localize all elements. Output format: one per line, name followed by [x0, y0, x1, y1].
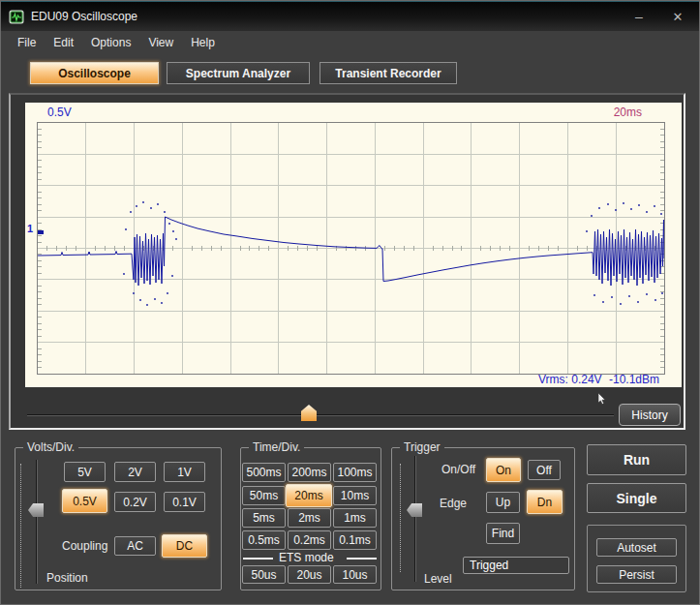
time-per-div-label: 20ms	[614, 106, 642, 119]
time-100ms-button[interactable]: 100ms	[333, 463, 377, 482]
app-window: EDU09 Oscilloscope – ✕ File Edit Options…	[0, 0, 700, 605]
tab-transient-recorder[interactable]: Transient Recorder	[320, 62, 457, 84]
close-button[interactable]: ✕	[664, 6, 691, 27]
time-0.1ms-button[interactable]: 0.1ms	[333, 530, 377, 550]
time-10us-button[interactable]: 10us	[333, 565, 377, 584]
volts-0.1v-button[interactable]: 0.1V	[164, 492, 205, 512]
time-scrollbar-track[interactable]	[27, 414, 614, 416]
minimize-button[interactable]: –	[625, 6, 653, 27]
trigger-status-box: Trigged	[463, 557, 569, 574]
time-2ms-button[interactable]: 2ms	[288, 508, 331, 528]
window-title: EDU09 Oscilloscope	[31, 10, 137, 23]
title-bar: EDU09 Oscilloscope – ✕	[1, 1, 699, 31]
trigger-dn-button[interactable]: Dn	[527, 490, 563, 514]
time-scrollbar-thumb[interactable]	[301, 405, 317, 421]
trigger-level-label: Level	[424, 572, 452, 586]
volts-2v-button[interactable]: 2V	[114, 462, 156, 482]
dbm-readout: -10.1dBm	[609, 373, 659, 386]
coupling-dc-button[interactable]: DC	[162, 534, 207, 558]
time-5ms-button[interactable]: 5ms	[242, 508, 286, 528]
time-10ms-button[interactable]: 10ms	[333, 486, 377, 505]
trigger-level-slider-ticks	[400, 464, 402, 572]
menu-edit[interactable]: Edit	[45, 33, 82, 52]
time-50us-button[interactable]: 50us	[242, 565, 286, 584]
time-200ms-button[interactable]: 200ms	[288, 463, 331, 482]
mouse-cursor-icon	[597, 393, 607, 407]
time-1ms-button[interactable]: 1ms	[333, 508, 377, 528]
ets-divider-left	[243, 558, 273, 560]
ets-mode-label: ETS mode	[279, 551, 334, 564]
app-icon	[9, 9, 25, 25]
time-20ms-button[interactable]: 20ms	[286, 484, 332, 507]
time-50ms-button[interactable]: 50ms	[242, 486, 286, 505]
volts-0.2v-button[interactable]: 0.2V	[114, 492, 156, 512]
waveform-plot	[37, 122, 665, 375]
single-button[interactable]: Single	[587, 483, 686, 513]
menu-bar: File Edit Options View Help	[1, 30, 699, 54]
trigger-find-button[interactable]: Find	[486, 523, 520, 544]
menu-view[interactable]: View	[139, 33, 182, 52]
trigger-on-button[interactable]: On	[486, 458, 521, 482]
time-div-legend: Time/Div.	[249, 440, 304, 454]
menu-file[interactable]: File	[9, 33, 45, 52]
volts-per-div-label: 0.5V	[47, 106, 72, 119]
scope-panel: 0.5V 20ms 1 Vrms: 0.24V -10.1dBm History	[9, 93, 685, 430]
persist-button[interactable]: Persist	[596, 565, 677, 584]
position-slider-ticks	[20, 464, 22, 588]
position-label: Position	[46, 571, 88, 585]
tab-oscilloscope[interactable]: Oscilloscope	[30, 62, 159, 84]
time-500ms-button[interactable]: 500ms	[242, 463, 286, 482]
autoset-button[interactable]: Autoset	[596, 538, 677, 557]
volts-1v-button[interactable]: 1V	[164, 462, 205, 482]
volts-0.5v-button[interactable]: 0.5V	[62, 489, 107, 513]
history-button[interactable]: History	[619, 404, 681, 426]
scope-display: 0.5V 20ms 1 Vrms: 0.24V -10.1dBm	[25, 103, 682, 387]
ets-divider-right	[347, 558, 377, 560]
vrms-readout: Vrms: 0.24V	[538, 373, 602, 386]
channel1-marker[interactable]: 1	[27, 223, 33, 234]
coupling-ac-button[interactable]: AC	[114, 536, 156, 556]
time-0.5ms-button[interactable]: 0.5ms	[242, 530, 286, 550]
time-0.2ms-button[interactable]: 0.2ms	[288, 530, 331, 550]
volts-5v-button[interactable]: 5V	[64, 462, 106, 482]
menu-options[interactable]: Options	[82, 33, 139, 52]
trigger-onoff-label: On/Off	[441, 463, 475, 476]
run-button[interactable]: Run	[587, 444, 686, 475]
coupling-label: Coupling	[62, 539, 107, 553]
tab-spectrum-analyzer[interactable]: Spectrum Analyzer	[167, 62, 310, 84]
position-slider-track[interactable]	[36, 460, 38, 584]
volts-div-legend: Volts/Div.	[23, 440, 78, 454]
trigger-edge-label: Edge	[440, 497, 467, 510]
trigger-off-button[interactable]: Off	[528, 460, 561, 480]
waveform-svg	[38, 123, 664, 374]
trigger-legend: Trigger	[400, 440, 444, 454]
trigger-level-slider-track[interactable]	[414, 456, 416, 582]
menu-help[interactable]: Help	[182, 33, 224, 52]
trigger-up-button[interactable]: Up	[486, 492, 520, 513]
time-20us-button[interactable]: 20us	[288, 565, 331, 584]
